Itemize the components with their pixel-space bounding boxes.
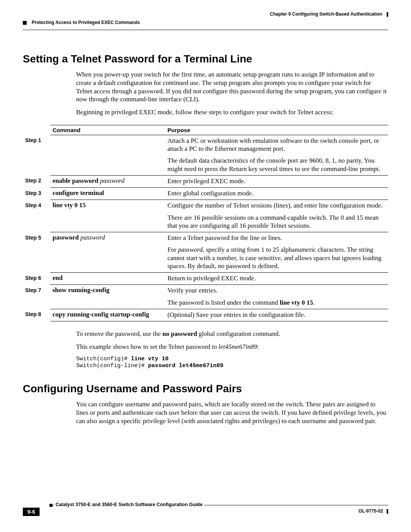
steps-table: Command Purpose Step 1Attach a PC or wor… — [23, 125, 388, 321]
header-rule — [23, 30, 388, 30]
intro-para-1: When you power-up your switch for the fi… — [76, 70, 388, 104]
command-cell — [50, 135, 165, 175]
purpose-cell: Enter privileged EXEC mode. — [165, 175, 388, 187]
command-cell: show running-config — [50, 285, 165, 309]
purpose-cell: Attach a PC or workstation with emulatio… — [165, 135, 388, 175]
page-number: 9-6 — [23, 508, 40, 516]
col-header-command: Command — [50, 125, 165, 135]
intro-para-2: Beginning in privileged EXEC mode, follo… — [76, 108, 388, 117]
table-row: Step 7show running-configVerify your ent… — [23, 285, 388, 309]
header-square-icon — [23, 21, 27, 25]
step-label: Step 4 — [23, 200, 50, 232]
step-label: Step 5 — [23, 232, 50, 273]
page-header: Chapter 9 Configuring Switch-Based Authe… — [23, 11, 388, 23]
step-label: Step 8 — [23, 309, 50, 321]
step-label: Step 3 — [23, 188, 50, 200]
remove-password-note: To remove the password, use the no passw… — [76, 330, 388, 338]
purpose-cell: Verify your entries.The password is list… — [165, 285, 388, 309]
step-label: Step 1 — [23, 135, 50, 175]
header-right-rule-icon — [387, 12, 388, 17]
command-cell: copy running-config startup-config — [50, 309, 165, 321]
example-intro: This example shows how to set the Telnet… — [76, 343, 388, 351]
purpose-cell: Return to privileged EXEC mode. — [165, 273, 388, 285]
chapter-title: Configuring Switch-Based Authentication — [292, 11, 382, 17]
table-row: Step 6endReturn to privileged EXEC mode. — [23, 273, 388, 285]
chapter-number: Chapter 9 — [270, 11, 291, 17]
col-header-purpose: Purpose — [165, 125, 388, 135]
command-cell: configure terminal — [50, 188, 165, 200]
table-row: Step 8copy running-config startup-config… — [23, 309, 388, 321]
command-cell: password password — [50, 232, 165, 273]
doc-number: OL-9775-02 — [358, 508, 388, 514]
step-label: Step 6 — [23, 273, 50, 285]
section-heading-username: Configuring Username and Password Pairs — [23, 383, 388, 395]
table-row: Step 4line vty 0 15Configure the number … — [23, 200, 388, 232]
table-row: Step 2enable password passwordEnter priv… — [23, 175, 388, 187]
header-right: Chapter 9 Configuring Switch-Based Authe… — [270, 11, 388, 17]
page-footer: Catalyst 3750-E and 3560-E Switch Softwa… — [23, 505, 388, 517]
code-example: Switch(config)# line vty 10 Switch(confi… — [76, 356, 388, 370]
command-cell: line vty 0 15 — [50, 200, 165, 232]
table-row: Step 3configure terminalEnter global con… — [23, 188, 388, 200]
footer-right-rule-icon — [387, 509, 388, 514]
table-row: Step 1Attach a PC or workstation with em… — [23, 135, 388, 175]
purpose-cell: Enter global configuration mode. — [165, 188, 388, 200]
purpose-cell: (Optional) Save your entries in the conf… — [165, 309, 388, 321]
section-heading-telnet: Setting a Telnet Password for a Terminal… — [23, 53, 388, 65]
header-left: Protecting Access to Privileged EXEC Com… — [23, 20, 140, 25]
step-label: Step 7 — [23, 285, 50, 309]
breadcrumb: Protecting Access to Privileged EXEC Com… — [32, 20, 140, 25]
command-cell: end — [50, 273, 165, 285]
purpose-cell: Enter a Telnet password for the line or … — [165, 232, 388, 273]
step-label: Step 2 — [23, 175, 50, 187]
purpose-cell: Configure the number of Telnet sessions … — [165, 200, 388, 232]
table-row: Step 5password passwordEnter a Telnet pa… — [23, 232, 388, 273]
command-cell: enable password password — [50, 175, 165, 187]
username-para: You can configure username and password … — [76, 400, 388, 425]
